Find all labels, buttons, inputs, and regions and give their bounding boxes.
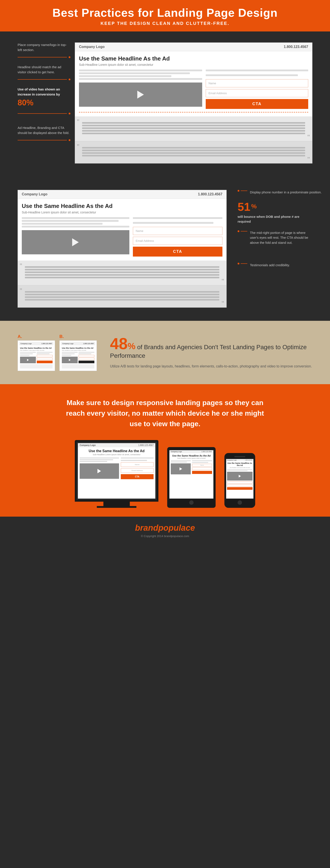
stat-80: 80% [18,98,33,107]
name-field-1[interactable]: Name [206,79,308,87]
tablet-headline: Use the Same Headline As the Ad [171,454,212,457]
annotation-fold: Ad Headline, Branding and CTA should be … [18,125,70,135]
name-placeholder-2: Name [136,229,144,232]
arrow-line-3 [18,113,67,114]
arrow-line-4 [18,140,67,141]
ab-card-a: A. Company Logo 1.800.123.4567 Use the S… [18,334,55,371]
tl [171,462,187,463]
desktop-body: Use the Same Headline As the Ad Sub-Head… [78,447,155,481]
copyright: © Copyright 2014 brandpopulace.com [9,534,321,538]
testi-line [25,269,219,271]
arrow-line-1 [18,57,67,57]
stat-48-desc: Utilize A/B tests for landing page layou… [110,364,312,369]
quote-open-1: " [77,118,80,125]
ab-phone-a: 1.800.123.4567 [41,343,52,344]
mockup-right-col-2: Name Email Address CTA [133,217,222,256]
dl [80,461,107,462]
phone-cta [227,487,252,490]
device-desktop: Company Logo 1.800.123.4567 Use the Same… [75,440,158,508]
section1-annotations: Place company name/logo in top-left sect… [18,42,75,148]
testi-line [82,155,305,156]
dl [80,459,113,460]
testi-line [25,294,219,295]
arrow-line-2 [18,79,67,80]
tablet-name: Name [192,464,212,466]
email-field-2[interactable]: Email Address [133,237,222,245]
mockup-subheadline-2: Sub-Headline Lorem ipsum dolor sit amet,… [22,211,222,214]
ab-mockup-b: Company Logo 1.800.123.4567 Use the Same… [59,340,97,371]
header-subtitle: KEEP THE DESIGN CLEAN AND CLUTTER-FREE. [9,21,321,26]
quote-open-3: " [20,262,22,269]
ab-play-b [69,359,71,361]
stat-51-block: 51 % will bounce when DOB and phone # ar… [238,201,312,224]
content-line [79,69,202,71]
annotation-logo: Place company name/logo in top-left sect… [18,42,70,52]
section3-text: 48% of Brands and Agencies Don't Test La… [110,336,312,369]
tl [171,460,191,461]
ab-body-a: Use the Same Headline As the Ad Sub-Head… [19,346,54,370]
quote-close-3: " [221,277,224,285]
tablet-logo: Company Logo [171,451,182,453]
ab-mockup-a: Company Logo 1.800.123.4567 Use the Same… [18,340,55,371]
tablet-subhead: Sub-Headline Lorem ipsum dolor sit amet [171,458,212,459]
ab-topbar-a: Company Logo 1.800.123.4567 [19,342,54,345]
mockup-body-1: Use the Same Headline As the Ad Sub-Head… [75,51,312,116]
ab-cards: A. Company Logo 1.800.123.4567 Use the S… [18,334,97,371]
ab-name-a [37,355,53,357]
testi-arrow-dot [238,263,239,265]
tablet-email [192,467,212,470]
ab-subhead-b: Sub-Headline Lorem ipsum dolor sit amet [62,350,94,351]
ab-email-b [79,358,94,360]
testi-line [82,147,305,149]
dr [121,460,147,461]
header-title: Best Practices for Landing Page Design [9,7,321,19]
tablet-screen: Company Logo 1.800.123.4567 Use the Same… [170,450,213,499]
cta-button-2[interactable]: CTA [133,247,222,256]
phone-outer: Company Logo 1.800.123.4567 Use the Same… [224,453,255,508]
ab-subhead-a: Sub-Headline Lorem ipsum dolor sit amet [20,350,53,351]
phone-email [227,484,252,487]
testimonial-section-2: " " " [18,260,227,307]
section2-annotations: Display phone number in a predominate po… [238,190,312,268]
mockup-subheadline-1: Sub-Headline Lorem ipsum dolor sit amet,… [79,63,308,66]
tablet-play [180,467,182,470]
phone-topbar: Company Logo 1.800.123.4567 [226,459,253,461]
tr [192,460,212,461]
desktop-play [97,469,101,473]
email-field-1[interactable]: Email Address [206,89,308,97]
content-line [79,72,190,74]
testi-lines-1 [79,120,308,137]
video-placeholder-1 [79,83,202,107]
ab-video-b [62,356,78,363]
video-placeholder-2 [22,230,129,254]
ab-line [62,355,71,356]
annotation-arrow-2 [18,79,70,80]
stat-48-num: 48 [110,335,128,352]
testi-line [25,277,219,278]
desktop-email-field: Email Address [121,468,154,473]
mockup-body-2: Use the Same Headline As the Ad Sub-Head… [18,199,227,260]
brand-second: populace [158,523,195,532]
desktop-topbar: Company Logo 1.800.123.4567 [78,443,155,447]
cta-note: The mid-right portion of page is where u… [250,230,312,245]
ab-line [20,352,36,353]
phone-speaker [234,456,245,457]
ab-label-b: B. [59,334,97,339]
annotation-headline: Headline should match the ad visitor cli… [18,65,70,74]
testi-line [25,274,219,276]
tablet-topbar: Company Logo 1.800.123.4567 [170,450,213,453]
content-line [22,220,119,222]
testi-lines-3 [22,264,222,282]
tablet-right: Name [192,460,212,474]
tablet-video [171,463,191,474]
cta-button-1[interactable]: CTA [206,99,308,109]
arrow-dot-1 [69,56,70,58]
phone-home-btn [238,500,242,505]
name-field-2[interactable]: Name [133,227,222,235]
mockup-content-1: Name Email Address CTA [79,69,308,109]
ab-topbar-b: Company Logo 1.800.123.4567 [61,342,95,345]
mockup-left-col-1 [79,69,202,109]
cta-annotation: The mid-right portion of page is where u… [238,230,312,245]
testi-lines-4 [22,289,222,304]
mockup-wrapper-1: Company Logo 1.800.123.4567 Use the Same… [75,42,312,163]
